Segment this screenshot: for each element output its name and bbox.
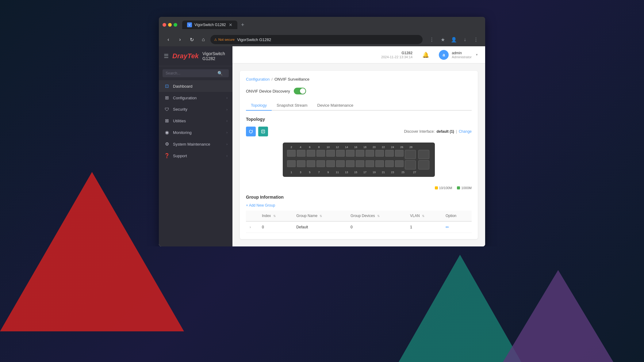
- topbar: G1282 2024-11-22 13:34:14 🔔 a admin Admi…: [232, 46, 485, 63]
- support-icon: ❓: [164, 153, 170, 158]
- port-14[interactable]: [346, 150, 355, 157]
- tab-topology[interactable]: Topology: [246, 101, 272, 111]
- sidebar-item-system-maintenance[interactable]: ⚙ System Maintenance ›: [159, 138, 232, 150]
- sidebar-nav: ⊡ Dashboard ⊞ Configuration › 🛡 Security…: [159, 80, 232, 162]
- device-datetime: 2024-11-22 13:34:14: [381, 55, 412, 59]
- browser-tab[interactable]: V VigorSwitch G1282 ✕: [182, 21, 237, 29]
- port-24[interactable]: [395, 150, 404, 157]
- port-sfp-28[interactable]: [418, 150, 429, 159]
- port-num: 8: [315, 146, 323, 149]
- close-window-btn[interactable]: [163, 23, 166, 27]
- downloads-btn[interactable]: ↓: [461, 35, 469, 44]
- legend-color-100m: [435, 186, 438, 189]
- discover-interface-change-btn[interactable]: Change: [459, 129, 472, 134]
- port-13[interactable]: [346, 160, 355, 167]
- minimize-window-btn[interactable]: [168, 23, 172, 27]
- legend-label-100m: 10/100M: [439, 186, 452, 190]
- user-menu-btn[interactable]: a admin Administrator ▾: [439, 50, 478, 60]
- maximize-window-btn[interactable]: [174, 23, 177, 27]
- sidebar-item-monitoring[interactable]: ◉ Monitoring ›: [159, 127, 232, 138]
- port-6[interactable]: [307, 150, 315, 157]
- tab-device-maintenance[interactable]: Device Maintenance: [312, 101, 358, 111]
- port-5[interactable]: [307, 160, 315, 167]
- device-id: G1282: [381, 51, 412, 55]
- sort-icon: ⇅: [377, 214, 380, 218]
- sidebar-item-dashboard[interactable]: ⊡ Dashboard: [159, 80, 232, 92]
- refresh-topology-btn[interactable]: [246, 127, 256, 136]
- export-topology-btn[interactable]: [258, 127, 268, 136]
- add-new-group-btn[interactable]: + Add New Group: [246, 203, 472, 208]
- utilities-icon: ⊠: [164, 118, 170, 124]
- monitoring-icon: ◉: [164, 130, 170, 135]
- onvif-toggle-switch[interactable]: [294, 88, 306, 94]
- port-4[interactable]: [297, 150, 305, 157]
- sidebar-item-utilities[interactable]: ⊠ Utilities ›: [159, 115, 232, 127]
- port-2[interactable]: [287, 150, 296, 157]
- tab-title: VigorSwitch G1282: [194, 23, 226, 27]
- port-12[interactable]: [336, 150, 345, 157]
- port-7[interactable]: [316, 160, 325, 167]
- port-22[interactable]: [385, 150, 394, 157]
- chevron-right-icon: ›: [226, 108, 228, 111]
- back-btn[interactable]: ‹: [164, 35, 173, 44]
- system-maintenance-icon: ⚙: [164, 141, 170, 147]
- port-9[interactable]: [326, 160, 335, 167]
- port-23[interactable]: [395, 160, 404, 167]
- app-container: ☰ DrayTek VigorSwitch G1282 🔍 ⊡ Dashboar…: [159, 46, 485, 246]
- breadcrumb-current: ONVIF Surveillance: [274, 77, 309, 82]
- notifications-bell-btn[interactable]: 🔔: [422, 51, 429, 58]
- port-19[interactable]: [375, 160, 384, 167]
- port-18[interactable]: [366, 150, 374, 157]
- port-sfp-25[interactable]: [405, 160, 416, 170]
- tab-snapshot-stream[interactable]: Snapshot Stream: [272, 101, 312, 111]
- col-index: Index ⇅: [258, 211, 293, 221]
- tab-close-btn[interactable]: ✕: [229, 22, 232, 27]
- port-20[interactable]: [375, 150, 384, 157]
- port-legend: 10/100M 1000M: [246, 186, 472, 190]
- home-btn[interactable]: ⌂: [199, 35, 208, 44]
- extensions-btn[interactable]: ⋮: [427, 35, 436, 44]
- address-bar[interactable]: ⚠ Not secure VigorSwitch G1282: [210, 35, 423, 44]
- discover-interface-info: Discover Interface: default (1) | Change: [404, 129, 472, 134]
- port-sfp-27[interactable]: [418, 160, 429, 170]
- col-option: Option: [442, 211, 472, 221]
- port-1[interactable]: [287, 160, 296, 167]
- chevron-right-icon: ›: [226, 96, 228, 100]
- port-16[interactable]: [356, 150, 364, 157]
- tabs-container: Topology Snapshot Stream Device Maintena…: [246, 101, 472, 111]
- port-11[interactable]: [336, 160, 345, 167]
- port-10[interactable]: [326, 150, 335, 157]
- legend-label-1000m: 1000M: [461, 186, 472, 190]
- port-8[interactable]: [316, 150, 325, 157]
- forward-btn[interactable]: ›: [175, 35, 185, 44]
- reload-btn[interactable]: ↻: [187, 35, 196, 44]
- bookmarks-btn[interactable]: ★: [439, 35, 447, 44]
- table-expand-col: [246, 211, 258, 221]
- sidebar-item-security[interactable]: 🛡 Security ›: [159, 104, 232, 115]
- port-15[interactable]: [356, 160, 364, 167]
- row-expand-btn[interactable]: ›: [250, 225, 251, 229]
- col-group-name: Group Name ⇅: [293, 211, 347, 221]
- sidebar-item-support[interactable]: ❓ Support ›: [159, 150, 232, 162]
- switch-diagram: 2 4 6 8 10 12 14 16 18 20 22: [246, 143, 472, 177]
- onvif-label: ONVIF Device Discovery: [246, 89, 290, 93]
- breadcrumb-parent[interactable]: Configuration: [246, 77, 270, 82]
- profile-btn[interactable]: 👤: [450, 35, 458, 44]
- port-num: 23: [388, 171, 397, 174]
- hamburger-menu-btn[interactable]: ☰: [164, 53, 169, 59]
- sort-icon: ⇅: [320, 214, 322, 218]
- port-num: 28: [407, 146, 415, 149]
- edit-row-btn[interactable]: ✏: [446, 225, 449, 230]
- port-num: 27: [409, 171, 420, 174]
- port-sfp-26[interactable]: [405, 150, 416, 159]
- port-17[interactable]: [366, 160, 374, 167]
- port-3[interactable]: [297, 160, 305, 167]
- sidebar-item-configuration[interactable]: ⊞ Configuration ›: [159, 92, 232, 104]
- topology-section-title: Topology: [246, 117, 472, 122]
- port-numbers-bot: 1 3 5 7 9 11 13 15 17 19 21: [287, 171, 431, 174]
- port-21[interactable]: [385, 160, 394, 167]
- breadcrumb-separator: /: [271, 77, 273, 82]
- menu-btn[interactable]: ⋮: [472, 35, 480, 44]
- new-tab-btn[interactable]: +: [241, 22, 244, 28]
- cell-option: ✏: [442, 221, 472, 233]
